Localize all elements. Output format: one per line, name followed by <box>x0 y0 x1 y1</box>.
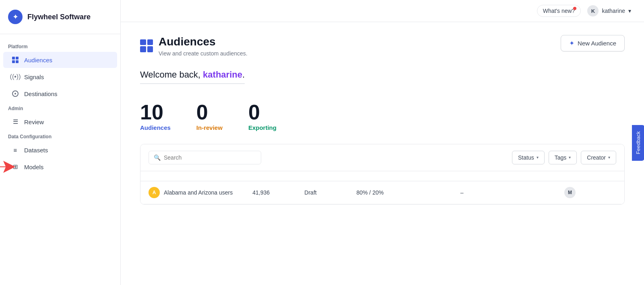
nav-label-datasets: Datasets <box>24 147 48 154</box>
page-header: Audiences View and create custom audienc… <box>140 35 625 57</box>
nav-section-admin: Admin <box>0 103 120 113</box>
stat-audiences: 10 Audiences <box>140 102 171 131</box>
sparkle-icon: ✦ <box>569 39 574 47</box>
notification-dot <box>573 7 576 10</box>
stat-audiences-label: Audiences <box>140 124 171 131</box>
stats-row: 10 Audiences 0 In-review 0 Exporting <box>140 102 625 131</box>
table-row[interactable]: A Alabama and Arizona users 41,936 Draft… <box>140 181 624 204</box>
nav-section-data-config: Data Configuration <box>0 131 120 141</box>
page-subtitle: View and create custom audiences. <box>159 50 248 57</box>
welcome-section: Welcome back, katharine. 10 Audiences 0 … <box>140 70 625 131</box>
creator-filter-label: Creator <box>587 154 606 161</box>
creator-filter-button[interactable]: Creator ▾ <box>581 151 616 164</box>
sidebar-item-datasets[interactable]: ≡ Datasets <box>3 142 117 158</box>
nav-label-audiences: Audiences <box>24 57 52 64</box>
sidebar-logo: ✦ Flywheel Software <box>0 0 120 34</box>
grid-icon <box>11 56 19 64</box>
table-toolbar: 🔍 Status ▾ Tags ▾ Creator ▾ <box>140 144 624 171</box>
whats-new-label: What's new? <box>543 8 575 14</box>
sidebar-nav: Platform Audiences ((•)) Signals Destina… <box>0 34 120 285</box>
stat-exporting-label: Exporting <box>248 124 277 131</box>
nav-label-models: Models <box>24 164 43 170</box>
search-input[interactable] <box>164 154 256 161</box>
tags-filter-button[interactable]: Tags ▾ <box>549 151 577 164</box>
new-audience-label: New Audience <box>578 40 616 47</box>
nav-label-destinations: Destinations <box>24 90 58 97</box>
page-title: Audiences <box>159 35 248 49</box>
audience-dot: A <box>149 187 160 198</box>
svg-marker-0 <box>0 161 15 173</box>
size-cell: 41,936 <box>252 189 304 196</box>
welcome-message: Welcome back, katharine. <box>140 70 245 84</box>
red-arrow-icon <box>0 161 15 173</box>
user-chevron-icon: ▾ <box>628 8 631 14</box>
audience-cell: A Alabama and Arizona users <box>149 187 252 198</box>
user-menu[interactable]: K katharine ▾ <box>587 5 631 16</box>
sidebar-item-signals[interactable]: ((•)) Signals <box>3 69 117 85</box>
page-content: Audiences View and create custom audienc… <box>121 22 644 285</box>
tags-chevron-icon: ▾ <box>569 155 571 160</box>
stat-inreview: 0 In-review <box>196 102 223 131</box>
sidebar-item-models[interactable]: ⊞ Models <box>3 159 117 175</box>
page-title-text: Audiences View and create custom audienc… <box>159 35 248 57</box>
creator-avatar: M <box>564 187 576 198</box>
stat-exporting-value: 0 <box>248 102 260 123</box>
signal-icon: ((•)) <box>11 73 19 81</box>
welcome-name: katharine <box>203 70 242 80</box>
welcome-suffix: . <box>242 70 245 80</box>
list-icon: ☰ <box>11 118 19 126</box>
nav-label-signals: Signals <box>24 74 44 80</box>
filter-buttons: Status ▾ Tags ▾ Creator ▾ <box>512 151 616 164</box>
treatment-cell: 80% / 20% <box>356 189 460 196</box>
logo-icon: ✦ <box>8 10 23 24</box>
sidebar-item-destinations[interactable]: Destinations <box>3 86 117 102</box>
audience-name: Alabama and Arizona users <box>164 189 233 196</box>
username-label: katharine <box>602 8 625 14</box>
stat-audiences-value: 10 <box>140 102 163 123</box>
search-icon: 🔍 <box>154 154 161 161</box>
compass-icon <box>11 90 19 98</box>
status-filter-button[interactable]: Status ▾ <box>512 151 545 164</box>
main-content: What's new? K katharine ▾ Audiences View… <box>121 0 644 285</box>
tags-filter-label: Tags <box>555 154 567 161</box>
table-headers <box>140 171 624 181</box>
page-title-area: Audiences View and create custom audienc… <box>140 35 248 57</box>
new-audience-button[interactable]: ✦ New Audience <box>561 35 625 51</box>
nav-section-platform: Platform <box>0 41 120 51</box>
search-box[interactable]: 🔍 <box>149 151 261 164</box>
stat-inreview-value: 0 <box>196 102 208 123</box>
status-cell: Draft <box>304 189 356 196</box>
rows-icon: ≡ <box>11 146 19 154</box>
topbar: What's new? K katharine ▾ <box>121 0 644 22</box>
stat-exporting: 0 Exporting <box>248 102 277 131</box>
audiences-icon <box>140 39 153 52</box>
status-chevron-icon: ▾ <box>537 155 539 160</box>
sidebar-item-audiences[interactable]: Audiences <box>3 52 117 68</box>
avatar: K <box>587 5 599 16</box>
nav-label-review: Review <box>24 119 44 125</box>
welcome-prefix: Welcome back, <box>140 70 203 80</box>
sidebar-item-review[interactable]: ☰ Review <box>3 114 117 130</box>
stat-inreview-label: In-review <box>196 124 223 131</box>
creator-chevron-icon: ▾ <box>608 155 610 160</box>
feedback-tab[interactable]: Feedback <box>632 125 644 160</box>
feedback-label: Feedback <box>635 131 641 154</box>
status-filter-label: Status <box>518 154 534 161</box>
audiences-table: 🔍 Status ▾ Tags ▾ Creator ▾ <box>140 144 625 205</box>
tags-cell: – <box>460 189 512 196</box>
logo-text: Flywheel Software <box>27 13 91 21</box>
sidebar: ✦ Flywheel Software Platform Audiences (… <box>0 0 121 285</box>
whats-new-button[interactable]: What's new? <box>537 5 581 17</box>
